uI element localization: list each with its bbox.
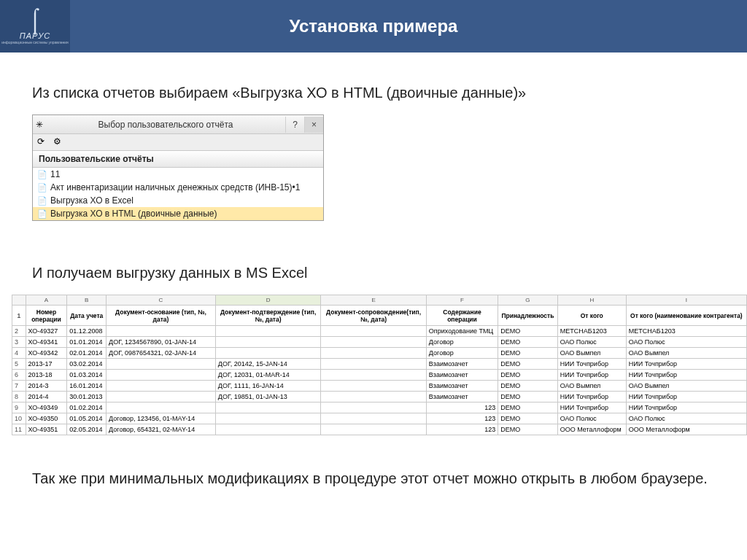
excel-cell[interactable] [321,359,427,370]
help-button[interactable]: ? [285,117,304,133]
excel-column-letter[interactable]: I [626,295,746,306]
excel-cell[interactable]: 2014-3 [26,381,67,392]
excel-cell[interactable]: 01.03.2014 [67,370,107,381]
excel-row-number[interactable]: 3 [12,337,26,348]
excel-cell[interactable]: ОАО Вымпел [557,348,626,359]
excel-cell[interactable] [107,402,216,413]
excel-cell[interactable] [321,392,427,402]
excel-cell[interactable]: ОАО Полюс [626,413,746,424]
excel-row-number[interactable]: 7 [12,381,26,392]
excel-cell[interactable]: НИИ Точприбор [557,402,626,413]
excel-cell[interactable]: ОАО Полюс [626,337,746,348]
excel-cell[interactable]: 01.02.2014 [67,402,107,413]
excel-cell[interactable]: ХО-49341 [26,337,67,348]
excel-cell[interactable]: Договор [426,337,498,348]
excel-cell[interactable]: DEMO [498,424,558,435]
excel-cell[interactable]: 2014-4 [26,392,67,402]
excel-cell[interactable]: 123 [426,413,498,424]
excel-cell[interactable] [215,424,321,435]
excel-cell[interactable]: ХО-49349 [26,402,67,413]
excel-cell[interactable]: Взаимозачет [426,370,498,381]
excel-row-number[interactable]: 5 [12,359,26,370]
excel-cell[interactable]: МЕТСНАБ1203 [557,326,626,337]
excel-cell[interactable]: 2013-17 [26,359,67,370]
excel-cell[interactable]: Договор, 123456, 01-MAY-14 [107,413,216,424]
excel-cell[interactable]: Взаимозачет [426,359,498,370]
excel-cell[interactable]: НИИ Точприбор [557,370,626,381]
excel-cell[interactable] [107,381,216,392]
excel-cell[interactable] [107,392,216,402]
excel-cell[interactable] [215,402,321,413]
excel-cell[interactable]: НИИ Точприбор [626,359,746,370]
excel-cell[interactable]: 123 [426,402,498,413]
close-button[interactable]: × [304,117,323,133]
excel-cell[interactable] [215,413,321,424]
excel-cell[interactable] [321,413,427,424]
excel-cell[interactable]: DEMO [498,359,558,370]
excel-cell[interactable]: ДОГ, 12031, 01-MAR-14 [215,370,321,381]
excel-cell[interactable] [321,424,427,435]
excel-cell[interactable]: ОАО Вымпел [626,381,746,392]
excel-column-letter[interactable]: A [26,295,67,306]
excel-cell[interactable]: МЕТСНАБ1203 [626,326,746,337]
excel-cell[interactable]: НИИ Точприбор [626,392,746,402]
excel-row-number[interactable]: 6 [12,370,26,381]
excel-cell[interactable]: DEMO [498,392,558,402]
excel-cell[interactable]: НИИ Точприбор [557,392,626,402]
excel-cell[interactable] [107,359,216,370]
report-list-item[interactable]: 📄Акт инвентаризации наличных денежных ср… [33,181,323,194]
excel-cell[interactable]: Оприходование ТМЦ [426,326,498,337]
excel-column-letter[interactable]: C [107,295,216,306]
excel-cell[interactable] [107,326,216,337]
excel-row-number[interactable]: 4 [12,348,26,359]
excel-cell[interactable] [321,381,427,392]
excel-cell[interactable] [215,348,321,359]
excel-cell[interactable]: 01.05.2014 [67,413,107,424]
excel-row-number[interactable]: 11 [12,424,26,435]
toolbar-settings-icon[interactable]: ⚙ [53,136,65,148]
excel-cell[interactable]: ОАО Вымпел [557,381,626,392]
excel-cell[interactable] [321,326,427,337]
excel-column-letter[interactable] [12,295,26,306]
excel-cell[interactable]: 03.02.2014 [67,359,107,370]
excel-cell[interactable]: ОАО Вымпел [626,348,746,359]
excel-cell[interactable]: 01.12.2008 [67,326,107,337]
excel-cell[interactable]: 123 [426,424,498,435]
excel-cell[interactable]: 2013-18 [26,370,67,381]
excel-column-letter[interactable]: G [498,295,558,306]
toolbar-refresh-icon[interactable]: ⟳ [37,136,49,148]
excel-column-letter[interactable]: B [67,295,107,306]
excel-cell[interactable]: ОАО Полюс [557,337,626,348]
excel-cell[interactable] [321,348,427,359]
excel-cell[interactable]: Договор, 654321, 02-MAY-14 [107,424,216,435]
excel-cell[interactable] [215,326,321,337]
excel-cell[interactable] [107,370,216,381]
excel-cell[interactable]: ДОГ, 0987654321, 02-JAN-14 [107,348,216,359]
excel-cell[interactable]: ОАО Полюс [557,413,626,424]
excel-cell[interactable]: ООО Металлоформ [626,424,746,435]
excel-cell[interactable]: 02.01.2014 [67,348,107,359]
excel-column-letter[interactable]: D [215,295,321,306]
excel-cell[interactable]: ДОГ, 20142, 15-JAN-14 [215,359,321,370]
excel-column-letter[interactable]: H [557,295,626,306]
excel-cell[interactable]: 02.05.2014 [67,424,107,435]
excel-cell[interactable] [321,370,427,381]
excel-cell[interactable] [215,337,321,348]
excel-cell[interactable]: ХО-49327 [26,326,67,337]
excel-cell[interactable]: ДОГ, 1234567890, 01-JAN-14 [107,337,216,348]
report-list-item[interactable]: 📄Выгрузка ХО в Excel [33,194,323,207]
excel-row-number[interactable]: 8 [12,392,26,402]
excel-cell[interactable]: НИИ Точприбор [557,359,626,370]
excel-cell[interactable]: DEMO [498,348,558,359]
excel-row-number[interactable]: 9 [12,402,26,413]
excel-row-number[interactable]: 2 [12,326,26,337]
excel-cell[interactable]: DEMO [498,413,558,424]
excel-row-number[interactable]: 1 [12,306,26,326]
excel-cell[interactable] [321,337,427,348]
report-list-item[interactable]: 📄11 [33,168,323,181]
excel-cell[interactable]: ХО-49351 [26,424,67,435]
excel-cell[interactable]: DEMO [498,337,558,348]
excel-cell[interactable]: 16.01.2014 [67,381,107,392]
excel-cell[interactable]: ДОГ, 19851, 01-JAN-13 [215,392,321,402]
excel-cell[interactable] [321,402,427,413]
